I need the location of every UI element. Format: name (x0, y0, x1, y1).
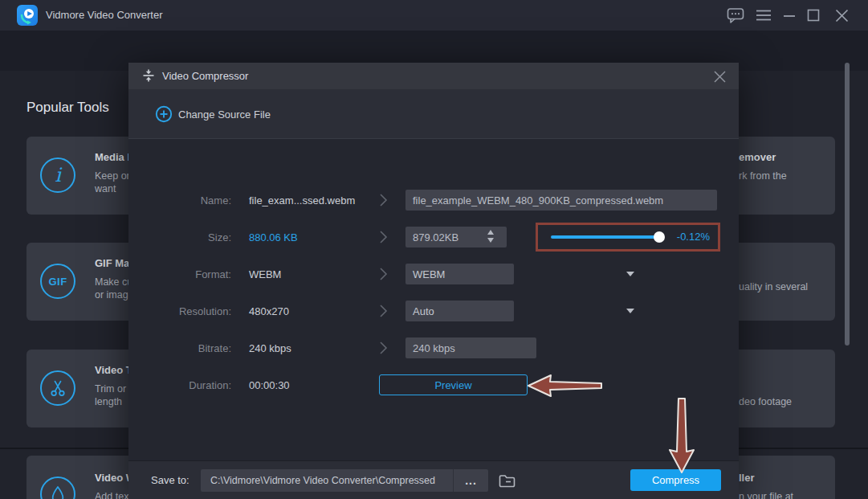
compress-button[interactable]: Compress (630, 469, 721, 491)
tool-card-desc: want (95, 183, 116, 194)
video-compressor-dialog: Video Compressor Change Source File (128, 63, 739, 499)
app-window: Vidmore Video Converter (0, 0, 868, 499)
name-source-value: file_exam...ssed.webm (249, 194, 355, 207)
minimize-icon[interactable] (780, 6, 799, 25)
name-label: Name: (128, 194, 231, 207)
waterdrop-icon (40, 477, 75, 499)
tool-card-right-2[interactable]: uality in several (723, 243, 835, 321)
tool-card-watermark-remover[interactable]: emover rk from the (723, 137, 835, 215)
vertical-scrollbar[interactable] (845, 63, 850, 346)
maximize-icon[interactable] (804, 6, 823, 25)
bitrate-row: Bitrate: 240 kbps 240 kbps (128, 337, 739, 358)
tool-card-title: ller (739, 472, 755, 484)
dialog-close-icon[interactable] (710, 67, 729, 86)
open-folder-icon[interactable] (493, 469, 520, 492)
duration-source-value: 00:00:30 (249, 379, 290, 391)
tool-card-desc: deo footage (739, 396, 792, 407)
tool-card-desc: length (95, 396, 122, 407)
size-label: Size: (128, 231, 231, 243)
name-row: Name: file_exam...ssed.webm file_example… (128, 190, 739, 211)
size-row: Size: 880.06 KB 879.02KB -0.12% (128, 227, 739, 247)
tool-card-desc: n your file at (739, 491, 793, 499)
format-dropdown[interactable]: WEBM (405, 264, 514, 284)
save-path-input[interactable]: C:\Vidmore\Vidmore Video Converter\Compr… (201, 475, 453, 486)
change-source-bar: Change Source File (128, 89, 739, 139)
stepper-down-icon[interactable] (487, 238, 494, 243)
chevron-right-icon (379, 341, 388, 358)
format-dropdown-value: WEBM (413, 268, 445, 280)
browse-more-button[interactable]: ... (453, 469, 488, 492)
title-bar: Vidmore Video Converter (0, 0, 868, 31)
info-icon: i (40, 157, 75, 193)
resolution-label: Resolution: (128, 305, 231, 317)
tool-card-right-3[interactable]: deo footage (723, 350, 835, 427)
dialog-title: Video Compressor (162, 70, 248, 82)
duration-label: Duration: (128, 379, 231, 391)
resolution-source-value: 480x270 (249, 305, 289, 317)
scissors-icon (40, 370, 75, 406)
app-logo-icon (17, 5, 38, 26)
resolution-dropdown[interactable]: Auto (405, 301, 514, 321)
gif-icon: GIF (40, 264, 75, 299)
chevron-right-icon (379, 193, 388, 211)
feedback-icon[interactable] (726, 6, 745, 25)
close-icon[interactable] (832, 6, 851, 25)
format-row: Format: WEBM WEBM (128, 264, 739, 284)
dialog-footer: Save to: C:\Vidmore\Vidmore Video Conver… (128, 460, 739, 499)
tool-card-desc: Add text (95, 491, 132, 499)
menu-icon[interactable] (754, 6, 773, 25)
bitrate-source-value: 240 kbps (249, 342, 291, 354)
duration-row: Duration: 00:00:30 Preview (128, 374, 739, 395)
stepper-up-icon[interactable] (487, 230, 494, 235)
change-source-file-button[interactable]: Change Source File (178, 108, 271, 121)
popular-tools-heading: Popular Tools (26, 100, 109, 116)
window-title: Vidmore Video Converter (46, 9, 163, 21)
tool-card-desc: uality in several (739, 281, 808, 292)
stepper-arrows[interactable] (487, 230, 732, 243)
chevron-right-icon (379, 304, 388, 321)
tool-card-desc: rk from the (739, 170, 787, 182)
tool-card-speed-controller[interactable]: ller n your file at (723, 456, 835, 499)
dropdown-caret-icon (626, 309, 634, 313)
preview-button[interactable]: Preview (379, 374, 528, 395)
compressor-icon (142, 69, 155, 85)
tool-card-title: emover (739, 151, 776, 163)
chevron-right-icon (379, 230, 388, 247)
save-to-label: Save to: (151, 474, 189, 486)
chevron-right-icon (379, 267, 388, 284)
bitrate-label: Bitrate: (128, 342, 231, 354)
dialog-content: Name: file_exam...ssed.webm file_example… (128, 139, 739, 460)
name-input[interactable]: file_example_WEBM_480_900KB_compressed.w… (405, 190, 717, 211)
format-source-value: WEBM (249, 268, 281, 280)
dialog-header: Video Compressor (128, 63, 739, 89)
resolution-row: Resolution: 480x270 Auto (128, 301, 739, 321)
add-plus-icon[interactable] (155, 105, 173, 123)
format-label: Format: (128, 268, 231, 280)
resolution-dropdown-value: Auto (413, 305, 434, 317)
bitrate-input[interactable]: 240 kbps (405, 337, 536, 358)
dropdown-caret-icon (626, 272, 634, 276)
size-source-value: 880.06 KB (249, 231, 298, 243)
save-path-group: C:\Vidmore\Vidmore Video Converter\Compr… (201, 469, 488, 492)
